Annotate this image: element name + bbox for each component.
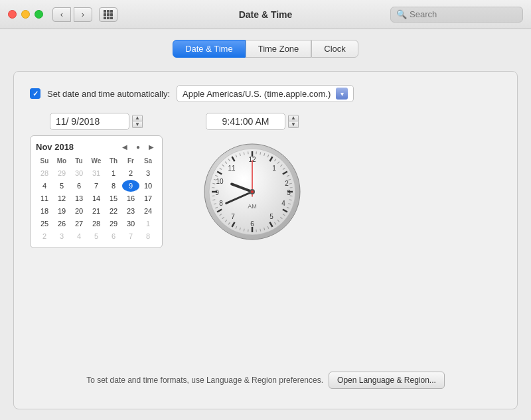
window-title: Date & Time xyxy=(239,9,293,20)
day-label-tu: Tu xyxy=(70,156,88,166)
server-dropdown[interactable]: Apple Americas/U.S. (time.apple.com.) ▾ xyxy=(177,85,354,102)
day-label-th: Th xyxy=(105,156,122,166)
tab-date-time[interactable]: Date & Time xyxy=(173,40,246,58)
calendar-prev-button[interactable]: ◀ xyxy=(119,141,130,152)
calendar-cell[interactable]: 2 xyxy=(36,230,53,242)
calendar-cell[interactable]: 8 xyxy=(105,180,122,192)
search-input[interactable] xyxy=(410,9,517,19)
calendar-cell[interactable]: 28 xyxy=(36,167,53,179)
grid-button[interactable] xyxy=(99,7,117,22)
calendar-cell[interactable]: 31 xyxy=(88,167,105,179)
calendar-cell[interactable]: 5 xyxy=(88,230,105,242)
calendar-cell[interactable]: 26 xyxy=(53,218,70,230)
calendar-cell[interactable]: 23 xyxy=(122,205,139,217)
day-label-sa: Sa xyxy=(139,156,157,166)
calendar-cell[interactable]: 6 xyxy=(70,180,88,192)
calendar-cell[interactable]: 8 xyxy=(139,230,157,242)
day-label-su: Su xyxy=(36,156,53,166)
auto-set-label: Set date and time automatically: xyxy=(47,89,170,99)
bottom-bar: To set date and time formats, use Langua… xyxy=(30,365,501,395)
clock-section: 9:41:00 AM ▲ ▼ xyxy=(189,113,302,354)
calendar-cell[interactable]: 22 xyxy=(105,205,122,217)
calendar-cell[interactable]: 2 xyxy=(122,167,139,179)
maximize-button[interactable] xyxy=(35,10,43,19)
back-button[interactable]: ‹ xyxy=(52,7,71,22)
calendar-cell[interactable]: 24 xyxy=(139,205,157,217)
calendar-cell[interactable]: 7 xyxy=(122,230,139,242)
calendar-nav: ◀ ● ▶ xyxy=(119,141,157,152)
svg-text:1: 1 xyxy=(272,165,276,172)
calendar-cell[interactable]: 4 xyxy=(70,230,88,242)
svg-text:4: 4 xyxy=(281,200,285,207)
calendar-cell[interactable]: 27 xyxy=(70,218,88,230)
day-label-mo: Mo xyxy=(53,156,70,166)
calendar-cell[interactable]: 17 xyxy=(139,192,157,204)
svg-text:10: 10 xyxy=(216,178,224,185)
calendar-cell[interactable]: 4 xyxy=(36,180,53,192)
date-decrement-button[interactable]: ▼ xyxy=(132,121,143,128)
calendar-cell[interactable]: 1 xyxy=(139,218,157,230)
calendar-cell[interactable]: 18 xyxy=(36,205,53,217)
time-decrement-button[interactable]: ▼ xyxy=(288,121,299,128)
tab-clock[interactable]: Clock xyxy=(311,40,358,58)
time-input[interactable]: 9:41:00 AM xyxy=(206,113,285,130)
tab-time-zone[interactable]: Time Zone xyxy=(246,40,312,58)
server-name: Apple Americas/U.S. (time.apple.com.) xyxy=(183,89,331,99)
calendar-cell[interactable]: 28 xyxy=(88,218,105,230)
nav-buttons: ‹ › xyxy=(52,7,92,22)
minimize-button[interactable] xyxy=(21,10,30,19)
calendar-cell[interactable]: 29 xyxy=(53,167,70,179)
calendar-bullet: ● xyxy=(133,141,143,152)
date-stepper: ▲ ▼ xyxy=(132,115,143,128)
time-stepper: ▲ ▼ xyxy=(288,115,299,128)
calendar-cell[interactable]: 11 xyxy=(36,192,53,204)
calendar-next-button[interactable]: ▶ xyxy=(146,141,157,152)
datetime-main: 11/ 9/2018 ▲ ▼ Nov 2018 ◀ ● ▶ xyxy=(30,113,501,354)
calendar-days-header: Su Mo Tu We Th Fr Sa xyxy=(36,156,157,166)
open-region-button[interactable]: Open Language & Region... xyxy=(329,372,445,389)
close-button[interactable] xyxy=(8,10,17,19)
dropdown-arrow-icon: ▾ xyxy=(336,88,348,100)
calendar-cell[interactable]: 3 xyxy=(53,230,70,242)
calendar-cell[interactable]: 13 xyxy=(70,192,88,204)
auto-set-checkbox[interactable] xyxy=(30,88,40,99)
search-box[interactable]: 🔍 xyxy=(390,7,523,23)
svg-text:11: 11 xyxy=(228,165,236,172)
calendar-cell[interactable]: 10 xyxy=(139,180,157,192)
auto-set-row: Set date and time automatically: Apple A… xyxy=(30,85,501,102)
calendar-cell[interactable]: 1 xyxy=(105,167,122,179)
grid-icon xyxy=(104,10,113,19)
day-label-fr: Fr xyxy=(122,156,139,166)
calendar-cell[interactable]: 19 xyxy=(53,205,70,217)
time-input-row: 9:41:00 AM ▲ ▼ xyxy=(206,113,299,130)
calendar-cell[interactable]: 14 xyxy=(88,192,105,204)
date-input[interactable]: 11/ 9/2018 xyxy=(50,113,129,130)
calendar-cell[interactable]: 7 xyxy=(88,180,105,192)
calendar-cell[interactable]: 30 xyxy=(70,167,88,179)
calendar-section: 11/ 9/2018 ▲ ▼ Nov 2018 ◀ ● ▶ xyxy=(30,113,163,354)
calendar-cell[interactable]: 3 xyxy=(139,167,157,179)
calendar-cell[interactable]: 16 xyxy=(122,192,139,204)
calendar-cell[interactable]: 20 xyxy=(70,205,88,217)
svg-text:6: 6 xyxy=(250,220,254,228)
calendar-cell[interactable]: 30 xyxy=(122,218,139,230)
calendar-cell[interactable]: 12 xyxy=(53,192,70,204)
time-increment-button[interactable]: ▲ xyxy=(288,115,299,121)
svg-text:2: 2 xyxy=(285,180,289,187)
calendar-cell[interactable]: 29 xyxy=(105,218,122,230)
svg-text:7: 7 xyxy=(231,213,235,220)
svg-text:9: 9 xyxy=(215,189,219,196)
calendar-cell[interactable]: 15 xyxy=(105,192,122,204)
forward-button[interactable]: › xyxy=(74,7,92,22)
calendar-cell[interactable]: 6 xyxy=(105,230,122,242)
svg-text:AM: AM xyxy=(248,203,257,210)
day-label-we: We xyxy=(88,156,105,166)
calendar-cell[interactable]: 25 xyxy=(36,218,53,230)
main-content: Date & Time Time Zone Clock Set date and… xyxy=(0,29,531,420)
date-increment-button[interactable]: ▲ xyxy=(132,115,143,121)
calendar-cell[interactable]: 21 xyxy=(88,205,105,217)
titlebar: ‹ › Date & Time 🔍 xyxy=(0,0,531,29)
calendar-cell[interactable]: 9 xyxy=(122,180,139,192)
search-icon: 🔍 xyxy=(396,9,407,19)
calendar-cell[interactable]: 5 xyxy=(53,180,70,192)
